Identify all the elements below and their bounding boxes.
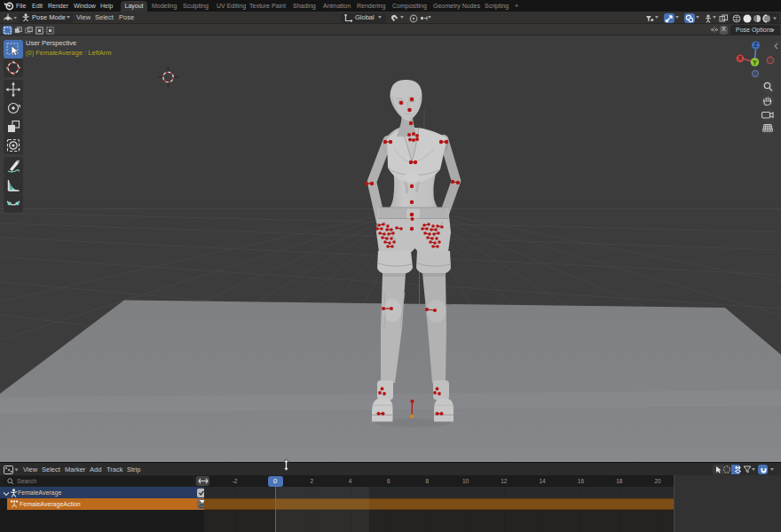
svg-text:Z: Z	[754, 42, 758, 48]
svg-text:X: X	[738, 55, 743, 61]
svg-text:Y: Y	[753, 59, 757, 66]
